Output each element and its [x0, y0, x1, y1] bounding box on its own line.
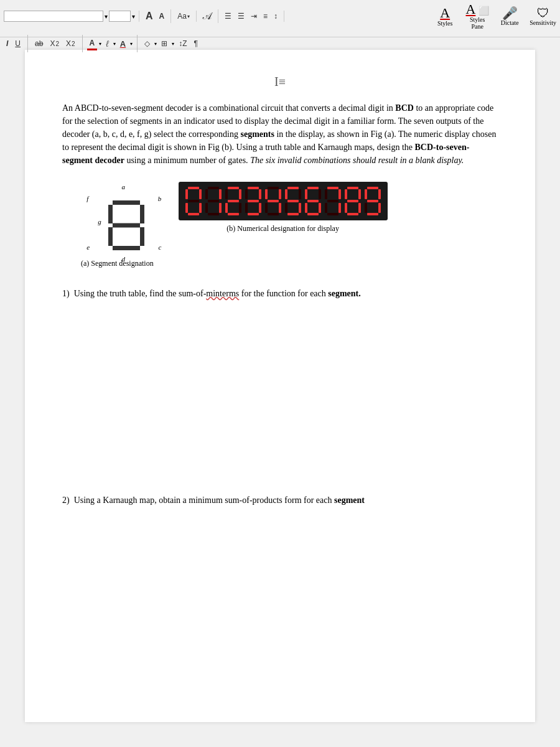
digit-4	[264, 187, 282, 215]
fig-b-caption: (b) Numerical designation for display	[226, 224, 339, 233]
digit-5	[284, 187, 302, 215]
seg-f	[225, 189, 228, 199]
digit-9	[364, 187, 381, 215]
highlight-button[interactable]: ℓ	[103, 37, 111, 50]
seg-c	[239, 203, 241, 213]
seg-b	[219, 189, 222, 199]
seg-f	[365, 189, 367, 199]
font-size-group: A A	[143, 9, 171, 23]
seg-d	[307, 213, 319, 215]
font-name-input[interactable]: Times New Roman	[4, 11, 103, 22]
segment-diagram-a: a b c d e f g (a) Segment designat	[81, 182, 154, 268]
list-numbered-button[interactable]: ☰	[235, 11, 247, 22]
seg-g	[307, 200, 319, 202]
seg-b	[199, 189, 202, 199]
font-color-arrow[interactable]: ▾	[99, 41, 101, 47]
styles-pane-button[interactable]: A ⬜ StylesPane	[465, 2, 490, 30]
sort-button[interactable]: ↕Z	[176, 38, 189, 49]
poetry-button[interactable]: 𝒜	[200, 9, 214, 23]
toolbar-right: A (a) Segment designation Styles A ⬜ Sty…	[432, 2, 556, 30]
bold-button[interactable]: I	[4, 38, 11, 49]
font-size-input[interactable]: 14	[109, 11, 131, 22]
dictate-label: Dictate	[501, 19, 519, 26]
seg-b	[239, 189, 241, 199]
seg-e	[365, 203, 367, 213]
digit-7	[324, 187, 342, 215]
q1-bold: segment.	[328, 289, 361, 298]
seg-d	[367, 213, 378, 215]
label-c: c	[158, 243, 161, 251]
label-f: f	[86, 195, 88, 202]
blank-space-1	[62, 319, 498, 494]
seg-e	[185, 203, 188, 213]
styles-button[interactable]: A (a) Segment designation Styles	[432, 6, 457, 27]
change-case-button[interactable]: Aa ▾	[175, 11, 192, 22]
para-marks-button[interactable]: ¶	[191, 38, 200, 49]
seg-g	[347, 200, 358, 202]
highlight-arrow[interactable]: ▾	[113, 41, 116, 47]
seg-e	[325, 203, 327, 213]
seg-c	[299, 203, 301, 213]
digit-0	[185, 187, 202, 215]
question1: 1) Using the truth table, find the sum-o…	[62, 287, 498, 301]
seg-d	[268, 213, 279, 215]
seg-g	[287, 200, 299, 202]
font-size-arrow[interactable]: ▾	[132, 13, 135, 20]
label-d: d	[122, 255, 126, 263]
indent-button[interactable]: ⇥	[248, 11, 259, 22]
seg-b	[319, 189, 321, 199]
seg-f	[185, 189, 188, 199]
text-effect-button[interactable]: A	[118, 38, 128, 50]
digit-6	[304, 187, 322, 215]
seg-d	[228, 213, 239, 215]
font-name-arrow[interactable]: ▾	[105, 13, 108, 20]
italic-clause: The six invalid combinations should resu…	[250, 156, 464, 165]
list-bullets-button[interactable]: ☰	[222, 11, 234, 22]
increase-font-button[interactable]: A	[143, 9, 156, 23]
align-button[interactable]: ≡	[261, 11, 270, 22]
seg-f	[325, 189, 327, 199]
seg-b	[378, 189, 381, 199]
sep2	[82, 35, 83, 52]
seg-d	[327, 213, 338, 215]
seg-c	[338, 203, 341, 213]
line-spacing-button[interactable]: ↕	[271, 11, 280, 22]
seg-a-shape	[113, 200, 140, 205]
seg-g	[208, 200, 219, 202]
strikethrough-button[interactable]: ab	[32, 38, 45, 49]
seg-b	[358, 189, 361, 199]
font-color-button[interactable]: A	[87, 37, 98, 50]
label-b: b	[158, 195, 162, 202]
dictate-button[interactable]: 🎤 Dictate	[497, 7, 522, 26]
seg-b-shape	[140, 205, 144, 223]
seg-f	[345, 189, 347, 199]
seg-d	[248, 213, 259, 215]
seg-a	[248, 187, 259, 189]
underline-button[interactable]: U	[12, 38, 23, 49]
seg-g	[367, 200, 378, 202]
seg-g	[188, 200, 199, 202]
question2: 2) Using a Karnaugh map, obtain a minimu…	[62, 494, 498, 507]
text-effect-arrow[interactable]: ▾	[130, 41, 133, 47]
decrease-font-button[interactable]: A	[157, 11, 167, 22]
shapes-button[interactable]: ◇	[142, 38, 152, 49]
shapes-arrow[interactable]: ▾	[154, 41, 157, 47]
seg-a	[268, 187, 279, 189]
seg-a	[307, 187, 319, 189]
label-a: a	[122, 183, 126, 190]
seg-a	[287, 187, 299, 189]
seg-d	[287, 213, 299, 215]
minterms-text: minterms	[206, 289, 239, 298]
table-arrow[interactable]: ▾	[172, 41, 174, 47]
seg-g-shape	[113, 223, 140, 228]
subscript-button[interactable]: X2	[47, 38, 62, 49]
toolbar: Times New Roman ▾ 14 ▾ A A Aa ▾ 𝒜 ☰ ☰ ⇥ …	[0, 0, 560, 37]
superscript-button[interactable]: X2	[63, 38, 78, 49]
seg-a	[188, 187, 199, 189]
seg-g	[268, 200, 279, 202]
fig-a-caption: (a) Segment designation	[81, 259, 154, 268]
sensitivity-button[interactable]: 🛡 Sensitivity	[530, 7, 556, 26]
seg-a	[208, 187, 219, 189]
seg-c	[279, 203, 281, 213]
table-button[interactable]: ⊞	[159, 38, 170, 49]
